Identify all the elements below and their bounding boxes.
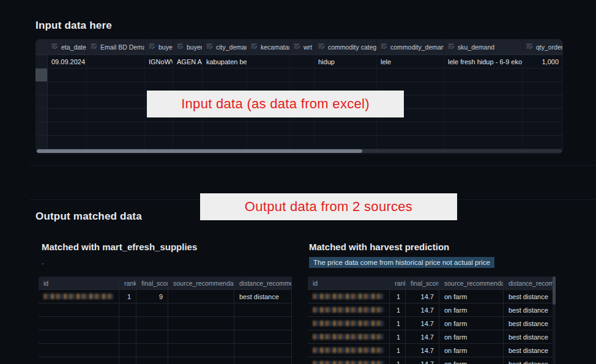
grid-cell[interactable]: [247, 136, 290, 149]
table-row[interactable]: [39, 317, 292, 330]
table-row[interactable]: 114.7on farmbest distance: [308, 330, 556, 344]
grid-cell[interactable]: [87, 136, 145, 149]
column-header-buyer_l[interactable]: buyer_l: [145, 39, 173, 55]
grid-cell[interactable]: [315, 136, 377, 149]
column-header-city_demand[interactable]: city_demand: [203, 39, 247, 55]
column-header-commodity-category[interactable]: commodity category: [315, 39, 377, 55]
grid-cell[interactable]: [173, 69, 203, 82]
grid-cell[interactable]: [203, 69, 247, 82]
column-header-commodity_demand[interactable]: commodity_demand: [377, 39, 444, 55]
column-header-id[interactable]: id: [308, 277, 390, 289]
grid-cell[interactable]: [523, 82, 563, 95]
table-row[interactable]: [39, 357, 292, 364]
row-gutter[interactable]: [35, 82, 48, 95]
grid-cell[interactable]: [315, 69, 377, 82]
column-header-kecamatan[interactable]: kecamatan: [247, 39, 290, 55]
grid-cell[interactable]: [87, 82, 145, 95]
column-header-source_recommendation[interactable]: source_recommendation: [439, 277, 504, 289]
table-row[interactable]: 114.7on farmbest distance: [308, 290, 556, 303]
grid-cell[interactable]: [444, 82, 523, 95]
grid-cell[interactable]: [444, 95, 523, 109]
grid-cell[interactable]: [145, 136, 173, 149]
grid-cell[interactable]: [173, 136, 203, 149]
table-row[interactable]: 114.7on farmbest distance: [308, 303, 556, 317]
grid-cell[interactable]: [523, 136, 563, 149]
table-row[interactable]: 114.7on farmbest distance: [308, 357, 556, 364]
table-row[interactable]: [39, 330, 292, 344]
grid-cell[interactable]: hidup: [315, 55, 377, 69]
grid-cell[interactable]: [523, 95, 563, 109]
grid-cell[interactable]: [444, 109, 523, 122]
grid-cell[interactable]: [87, 109, 145, 122]
grid-cell[interactable]: [48, 136, 87, 149]
grid-cell[interactable]: [247, 122, 290, 136]
grid-cell[interactable]: kabupaten bekasi: [203, 55, 247, 69]
grid-cell[interactable]: lele: [377, 55, 444, 69]
grid-cell[interactable]: [377, 69, 444, 82]
column-header-distance_recommendat[interactable]: distance_recommendat: [234, 277, 292, 289]
grid-cell[interactable]: [444, 69, 523, 82]
column-header-eta_date[interactable]: eta_date: [48, 39, 87, 55]
table-row[interactable]: 114.7on farmbest distance: [308, 344, 556, 357]
right-output-table[interactable]: idrankfinal_scoressource_recommendationd…: [308, 277, 556, 364]
grid-cell[interactable]: [247, 69, 290, 82]
grid-cell[interactable]: [145, 69, 173, 82]
grid-cell[interactable]: [523, 69, 563, 82]
grid-cell[interactable]: 09.09.2024: [48, 55, 87, 69]
grid-cell[interactable]: [48, 82, 87, 95]
row-gutter[interactable]: [35, 122, 48, 136]
grid-cell[interactable]: [203, 136, 247, 149]
grid-cell[interactable]: 1,000: [523, 55, 563, 69]
grid-cell[interactable]: [290, 122, 315, 136]
row-gutter[interactable]: [35, 95, 48, 109]
grid-cell[interactable]: [203, 122, 247, 136]
grid-cell[interactable]: [48, 95, 87, 109]
right-table-vertical-scrollbar[interactable]: [553, 277, 556, 364]
column-header-rank[interactable]: rank: [119, 277, 136, 289]
input-grid-horizontal-scrollbar[interactable]: [37, 149, 562, 153]
grid-cell[interactable]: [48, 109, 87, 122]
row-gutter[interactable]: [35, 39, 48, 55]
grid-cell[interactable]: IGNoWVrYG: [145, 55, 173, 69]
grid-cell[interactable]: [290, 55, 315, 69]
column-header-buyer_r[interactable]: buyer_r: [173, 39, 203, 55]
scrollbar-thumb[interactable]: [37, 149, 362, 153]
row-gutter[interactable]: [35, 55, 48, 69]
column-header-final_scores[interactable]: final_scores: [136, 277, 168, 289]
grid-cell[interactable]: AGEN ADUL: [173, 55, 203, 69]
column-header-email-bd-demand[interactable]: Email BD Demand: [87, 39, 145, 55]
grid-cell[interactable]: [87, 69, 145, 82]
grid-cell[interactable]: [377, 136, 444, 149]
table-row[interactable]: [39, 303, 292, 317]
grid-cell[interactable]: [145, 122, 173, 136]
grid-cell[interactable]: [48, 122, 87, 136]
table-row[interactable]: [39, 344, 292, 357]
grid-cell[interactable]: [87, 95, 145, 109]
grid-cell[interactable]: [377, 122, 444, 136]
table-row[interactable]: 19best distance: [39, 290, 292, 303]
column-header-sku_demand[interactable]: sku_demand: [444, 39, 523, 55]
grid-cell[interactable]: [315, 122, 377, 136]
grid-cell[interactable]: [48, 69, 87, 82]
grid-cell[interactable]: [87, 55, 145, 69]
column-header-source_recommendation[interactable]: source_recommendation: [168, 277, 234, 289]
grid-cell[interactable]: [87, 122, 145, 136]
grid-cell[interactable]: lele fresh hidup - 6-9 ekor/kg: [444, 55, 523, 69]
grid-cell[interactable]: [173, 122, 203, 136]
left-output-table[interactable]: idrankfinal_scoressource_recommendationd…: [39, 277, 292, 364]
grid-cell[interactable]: [444, 122, 523, 136]
grid-cell[interactable]: [523, 109, 563, 122]
grid-cell[interactable]: [290, 69, 315, 82]
table-row[interactable]: 114.7on farmbest distance: [308, 317, 556, 330]
row-gutter[interactable]: [35, 69, 48, 82]
column-header-wrt[interactable]: wrt: [290, 39, 315, 55]
scrollbar-thumb[interactable]: [553, 277, 556, 305]
grid-cell[interactable]: [247, 55, 290, 69]
row-gutter[interactable]: [35, 109, 48, 122]
column-header-rank[interactable]: rank: [390, 277, 406, 289]
grid-cell[interactable]: [444, 136, 523, 149]
row-gutter[interactable]: [35, 136, 48, 149]
column-header-final_scores[interactable]: final_scores: [406, 277, 439, 289]
column-header-distance_recommenda[interactable]: distance_recommenda: [504, 277, 556, 289]
grid-cell[interactable]: [290, 136, 315, 149]
